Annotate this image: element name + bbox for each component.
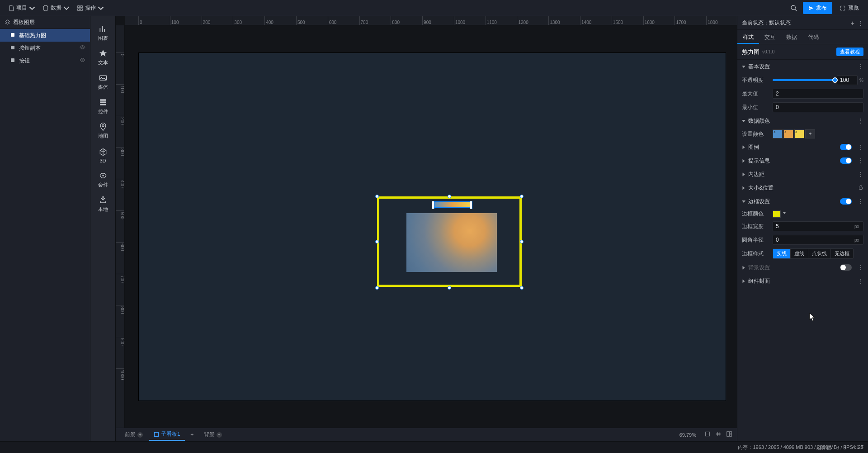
layer-panel-header: 看板图层	[0, 16, 90, 29]
color-swatch[interactable]: x	[783, 129, 793, 138]
visibility-icon[interactable]	[80, 57, 85, 64]
status-bar: 内存：1963 / 2065 / 4096 MB 903 / 2866 MB F…	[0, 441, 868, 453]
palette-label: 地图	[98, 133, 108, 139]
section-more-icon[interactable]: ⋮	[858, 278, 863, 284]
canvas-area: 0100200300400500600700800900100011001200…	[116, 16, 737, 441]
tab-code[interactable]: 代码	[802, 30, 824, 44]
palette-label: 本地	[98, 206, 108, 213]
add-background-icon[interactable]: +	[217, 432, 222, 438]
palette-label: 控件	[98, 108, 108, 115]
svg-rect-2	[80, 5, 82, 7]
tab-background[interactable]: 背景 +	[199, 429, 226, 440]
tab-data[interactable]: 数据	[781, 30, 802, 44]
visibility-icon[interactable]	[80, 44, 85, 52]
palette-item-控件[interactable]: 控件	[90, 94, 115, 119]
fit-screen-button[interactable]	[702, 431, 711, 439]
svg-point-5	[791, 5, 795, 10]
board-icon	[154, 432, 159, 437]
section-more-icon[interactable]: ⋮	[858, 157, 863, 164]
grid-toggle-button[interactable]	[712, 431, 722, 439]
section-size-pos[interactable]: 大小&位置	[737, 181, 868, 195]
section-more-icon[interactable]: ⋮	[858, 144, 863, 150]
layout-button[interactable]	[723, 431, 732, 439]
palette-item-套件[interactable]: 套件	[90, 167, 115, 192]
menu-data[interactable]: 数据	[39, 2, 73, 14]
add-foreground-icon[interactable]: +	[137, 432, 143, 438]
palette-icon	[99, 98, 108, 107]
layer-item[interactable]: 按钮副本	[0, 42, 90, 54]
palette-item-图表[interactable]: 图表	[90, 21, 115, 45]
border-toggle[interactable]	[840, 198, 852, 205]
max-input[interactable]	[773, 89, 863, 99]
svg-rect-4	[80, 9, 82, 10]
canvas-viewport[interactable]	[125, 25, 737, 428]
tab-foreground[interactable]: 前景 +	[120, 429, 147, 440]
section-padding[interactable]: 内边距 ⋮	[737, 167, 868, 181]
section-more-icon[interactable]: ⋮	[858, 264, 863, 271]
add-color-button[interactable]: +	[805, 129, 815, 138]
border-style-option[interactable]: 无边框	[831, 249, 853, 258]
menu-project[interactable]: 项目	[5, 2, 39, 14]
section-basic[interactable]: 基本设置 ⋮	[737, 60, 868, 73]
color-swatch[interactable]: x	[773, 129, 783, 138]
svg-point-17	[102, 175, 104, 176]
border-color-picker[interactable]	[773, 210, 781, 218]
section-border[interactable]: 边框设置 ⋮	[737, 195, 868, 208]
svg-rect-9	[11, 58, 14, 62]
border-style-option[interactable]: 实线	[773, 249, 791, 258]
color-swatch[interactable]: x	[794, 129, 804, 138]
selection-box[interactable]	[377, 196, 522, 287]
lock-icon[interactable]	[858, 185, 863, 191]
state-value[interactable]: 默认状态	[769, 19, 791, 27]
heatmap-legend[interactable]	[433, 201, 472, 208]
palette-label: 3D	[99, 158, 106, 163]
add-state-button[interactable]: +	[851, 19, 854, 27]
palette-item-本地[interactable]: 本地	[90, 192, 115, 216]
radius-input[interactable]	[773, 235, 863, 245]
opacity-input[interactable]	[837, 75, 858, 85]
section-data-color[interactable]: 数据颜色 ⋮	[737, 114, 868, 128]
search-button[interactable]	[788, 2, 800, 14]
zoom-display[interactable]: 69.79%	[679, 432, 696, 438]
border-style-option[interactable]: 点状线	[808, 249, 831, 258]
palette-icon	[99, 196, 108, 205]
state-bar: 当前状态： 默认状态 + ⋮	[737, 16, 868, 30]
prop-opacity: 不透明度 %	[737, 73, 868, 87]
publish-button[interactable]: 发布	[803, 2, 832, 14]
section-more-icon[interactable]: ⋮	[858, 198, 863, 205]
tutorial-button[interactable]: 查看教程	[836, 48, 863, 56]
palette-item-地图[interactable]: 地图	[90, 119, 115, 143]
palette-item-文本[interactable]: 文本	[90, 45, 115, 70]
palette-item-3D[interactable]: 3D	[90, 143, 115, 167]
heatmap-chart	[406, 213, 497, 272]
svg-rect-20	[727, 432, 729, 437]
prop-border-width: 边框宽度 px	[737, 219, 868, 233]
tab-style[interactable]: 样式	[737, 30, 759, 44]
section-legend[interactable]: 图例 ⋮	[737, 140, 868, 154]
legend-toggle[interactable]	[840, 144, 852, 150]
section-cover[interactable]: 组件封面 ⋮	[737, 274, 868, 288]
palette-icon	[99, 73, 108, 82]
section-more-icon[interactable]: ⋮	[858, 118, 863, 124]
artboard[interactable]	[138, 52, 726, 401]
state-more-button[interactable]: ⋮	[858, 20, 863, 26]
min-input[interactable]	[773, 102, 863, 112]
layer-item[interactable]: 按钮	[0, 54, 90, 67]
section-more-icon[interactable]: ⋮	[858, 171, 863, 177]
border-width-input[interactable]	[773, 221, 863, 231]
add-tab-button[interactable]: +	[187, 432, 198, 438]
section-tooltip[interactable]: 提示信息 ⋮	[737, 154, 868, 167]
menu-actions[interactable]: 操作	[73, 2, 108, 14]
section-background[interactable]: 背景设置 ⋮	[737, 261, 868, 274]
canvas-tabs: 前景 + 子看板1 + 背景 + 69.79%	[116, 428, 737, 441]
opacity-slider[interactable]	[773, 79, 835, 81]
palette-item-媒体[interactable]: 媒体	[90, 70, 115, 94]
tooltip-toggle[interactable]	[840, 157, 852, 164]
background-toggle[interactable]	[840, 264, 852, 271]
tab-interact[interactable]: 交互	[759, 30, 781, 44]
section-more-icon[interactable]: ⋮	[858, 63, 863, 70]
layer-item[interactable]: 基础热力图	[0, 29, 90, 42]
border-style-option[interactable]: 虚线	[791, 249, 808, 258]
tab-subboard[interactable]: 子看板1	[149, 429, 185, 441]
preview-button[interactable]: 预览	[835, 2, 863, 14]
